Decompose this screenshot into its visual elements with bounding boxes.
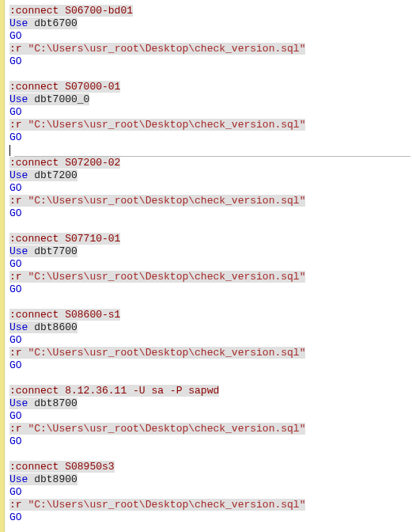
go-keyword: GO — [9, 334, 22, 346]
use-keyword: Use — [9, 473, 28, 485]
r-keyword: :r — [9, 499, 22, 511]
code-line[interactable]: :r "C:\Users\usr_root\Desktop\check_vers… — [9, 499, 412, 511]
go-keyword: GO — [9, 511, 22, 523]
blank-line[interactable] — [9, 68, 412, 81]
r-keyword: :r — [9, 195, 22, 207]
go-keyword: GO — [9, 55, 22, 67]
code-line[interactable]: Use dbt7200 — [9, 169, 412, 182]
go-keyword: GO — [9, 182, 22, 194]
db-name: dbt7000_0 — [28, 93, 89, 105]
code-line[interactable]: :connect S06700-bd01 — [9, 5, 412, 17]
current-line-underline — [14, 156, 410, 157]
code-line[interactable]: Use dbt8700 — [9, 397, 412, 410]
connect-stmt: :connect S07000-01 — [9, 81, 120, 93]
code-line[interactable]: Use dbt6700 — [9, 17, 412, 30]
file-path: "C:\Users\usr_root\Desktop\check_version… — [22, 347, 306, 359]
code-line[interactable]: GO — [9, 486, 412, 499]
r-keyword: :r — [9, 119, 22, 131]
file-path: "C:\Users\usr_root\Desktop\check_version… — [22, 43, 306, 55]
cursor-line[interactable] — [9, 144, 412, 157]
connect-stmt: :connect S08600-s1 — [9, 309, 120, 321]
code-line[interactable]: :r "C:\Users\usr_root\Desktop\check_vers… — [9, 423, 412, 435]
r-keyword: :r — [9, 271, 22, 283]
go-keyword: GO — [9, 359, 22, 371]
use-keyword: Use — [9, 169, 28, 181]
file-path: "C:\Users\usr_root\Desktop\check_version… — [22, 195, 306, 207]
code-line[interactable]: GO — [9, 359, 412, 372]
code-editor[interactable]: :connect S06700-bd01Use dbt6700GO:r "C:\… — [0, 0, 412, 532]
go-keyword: GO — [9, 486, 22, 498]
text-caret — [9, 145, 10, 156]
code-line[interactable]: GO — [9, 182, 412, 195]
blank-line[interactable] — [9, 220, 412, 233]
code-line[interactable]: :r "C:\Users\usr_root\Desktop\check_vers… — [9, 195, 412, 207]
use-keyword: Use — [9, 245, 28, 257]
go-keyword: GO — [9, 283, 22, 295]
file-path: "C:\Users\usr_root\Desktop\check_version… — [22, 271, 306, 283]
code-line[interactable]: :connect S08950s3 — [9, 461, 412, 473]
db-name: dbt8700 — [28, 397, 77, 409]
code-line[interactable]: GO — [9, 30, 412, 43]
go-keyword: GO — [9, 30, 22, 42]
code-area[interactable]: :connect S06700-bd01Use dbt6700GO:r "C:\… — [5, 0, 412, 532]
db-name: dbt7700 — [28, 245, 77, 257]
code-line[interactable]: GO — [9, 283, 412, 296]
file-path: "C:\Users\usr_root\Desktop\check_version… — [22, 499, 306, 511]
code-line[interactable]: :connect S07000-01 — [9, 81, 412, 93]
connect-stmt: :connect 8.12.36.11 -U sa -P sapwd — [9, 385, 219, 397]
blank-line[interactable] — [9, 296, 412, 309]
code-line[interactable]: :r "C:\Users\usr_root\Desktop\check_vers… — [9, 271, 412, 283]
connect-stmt: :connect S07200-02 — [9, 157, 120, 169]
use-keyword: Use — [9, 17, 28, 29]
connect-stmt: :connect S07710-01 — [9, 233, 120, 245]
code-line[interactable]: GO — [9, 258, 412, 271]
r-keyword: :r — [9, 43, 22, 55]
go-keyword: GO — [9, 435, 22, 447]
code-line[interactable]: Use dbt8900 — [9, 473, 412, 486]
code-line[interactable]: :connect S07710-01 — [9, 233, 412, 245]
go-keyword: GO — [9, 131, 22, 143]
code-line[interactable]: GO — [9, 410, 412, 423]
db-name: dbt8600 — [28, 321, 77, 333]
code-line[interactable]: GO — [9, 334, 412, 347]
code-line[interactable]: GO — [9, 131, 412, 144]
blank-line[interactable] — [9, 448, 412, 461]
code-line[interactable]: :r "C:\Users\usr_root\Desktop\check_vers… — [9, 347, 412, 359]
code-line[interactable]: Use dbt7000_0 — [9, 93, 412, 106]
code-line[interactable]: GO — [9, 106, 412, 119]
file-path: "C:\Users\usr_root\Desktop\check_version… — [22, 119, 306, 131]
code-line[interactable]: :r "C:\Users\usr_root\Desktop\check_vers… — [9, 43, 412, 55]
go-keyword: GO — [9, 410, 22, 422]
file-path: "C:\Users\usr_root\Desktop\check_version… — [22, 423, 306, 435]
go-keyword: GO — [9, 207, 22, 219]
db-name: dbt8900 — [28, 473, 77, 485]
go-keyword: GO — [9, 258, 22, 270]
connect-stmt: :connect S08950s3 — [9, 461, 115, 473]
use-keyword: Use — [9, 93, 28, 105]
code-line[interactable]: GO — [9, 207, 412, 220]
code-line[interactable]: :connect 8.12.36.11 -U sa -P sapwd — [9, 385, 412, 397]
code-line[interactable]: :r "C:\Users\usr_root\Desktop\check_vers… — [9, 119, 412, 131]
r-keyword: :r — [9, 347, 22, 359]
code-line[interactable]: Use dbt7700 — [9, 245, 412, 258]
go-keyword: GO — [9, 106, 22, 118]
use-keyword: Use — [9, 397, 28, 409]
code-line[interactable]: Use dbt8600 — [9, 321, 412, 334]
r-keyword: :r — [9, 423, 22, 435]
blank-line[interactable] — [9, 372, 412, 385]
code-line[interactable]: :connect S08600-s1 — [9, 309, 412, 321]
db-name: dbt7200 — [28, 169, 77, 181]
db-name: dbt6700 — [28, 17, 77, 29]
code-line[interactable]: GO — [9, 435, 412, 448]
connect-stmt: :connect S06700-bd01 — [9, 5, 133, 17]
code-line[interactable]: GO — [9, 55, 412, 68]
use-keyword: Use — [9, 321, 28, 333]
code-line[interactable]: GO — [9, 511, 412, 524]
code-line[interactable]: :connect S07200-02 — [9, 157, 412, 169]
